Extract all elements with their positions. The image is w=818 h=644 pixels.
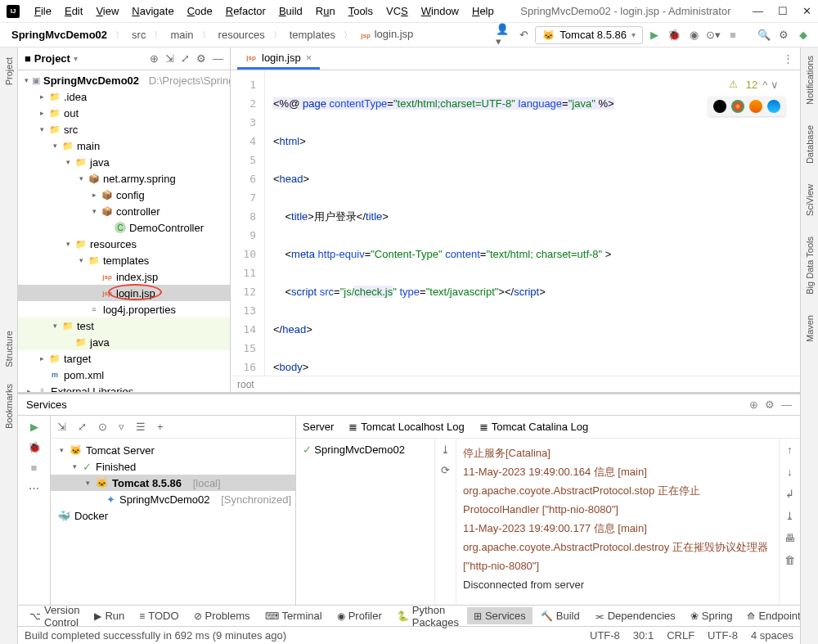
structure-tool[interactable]: Structure	[4, 331, 14, 367]
status-enc[interactable]: UTF-8	[590, 629, 620, 642]
coverage-button[interactable]: ◉	[685, 27, 702, 43]
project-tool[interactable]: Project	[4, 57, 14, 85]
run-config-selector[interactable]: 🐱 Tomcat 8.5.86 ▾	[535, 26, 643, 44]
tree-item[interactable]: ▾📁main	[18, 137, 230, 154]
minimize-button[interactable]: —	[753, 5, 763, 17]
tree-item[interactable]: ▸📁out	[18, 105, 230, 121]
btab-todo[interactable]: ≡ TODO	[133, 607, 185, 624]
intellij-icon[interactable]	[713, 100, 726, 113]
gear-icon[interactable]: ⊕	[749, 399, 758, 411]
menu-build[interactable]: Build	[274, 3, 308, 19]
tree-item-login[interactable]: jsplogin.jsp	[18, 285, 230, 301]
edge-icon[interactable]	[767, 100, 780, 113]
tree-item[interactable]: ▸📦config	[18, 187, 230, 203]
menu-tools[interactable]: Tools	[344, 3, 378, 19]
tree-item[interactable]: ▾📁test	[18, 317, 230, 334]
tree-item[interactable]: ▾📁resources	[18, 236, 230, 252]
chrome-icon[interactable]	[731, 100, 744, 113]
target-icon[interactable]: ⊙	[98, 421, 107, 433]
status-eol[interactable]: CRLF	[667, 629, 694, 642]
search-icon[interactable]: 🔍	[756, 27, 772, 43]
stop-button[interactable]: ■	[725, 27, 741, 43]
menu-edit[interactable]: Edit	[60, 3, 88, 19]
deploy-icon[interactable]: ⤓	[441, 444, 450, 456]
add-icon[interactable]: +	[157, 421, 164, 433]
tab-catalina-log[interactable]: ≣ Tomcat Catalina Log	[479, 421, 589, 433]
redeploy-icon[interactable]: ⟳	[441, 464, 450, 476]
breadcrumb-root[interactable]: SpringMvcDemo02	[7, 27, 112, 43]
bigdata-tool[interactable]: Big Data Tools	[805, 236, 815, 295]
gear-icon[interactable]: ⚙	[765, 399, 775, 411]
collapse-icon[interactable]: ⤢	[78, 421, 87, 433]
firefox-icon[interactable]	[749, 100, 762, 113]
tree-item[interactable]: ▸⫴External Libraries	[18, 383, 230, 392]
tree-item[interactable]: ▾📦net.army.spring	[18, 170, 230, 187]
menu-file[interactable]: File	[29, 3, 56, 19]
tree-item[interactable]: jspindex.jsp	[18, 268, 230, 285]
settings-icon[interactable]: ⚙	[775, 27, 792, 43]
btab-deps[interactable]: ⫘ Dependencies	[588, 607, 682, 624]
menu-help[interactable]: Help	[467, 3, 499, 19]
btab-terminal[interactable]: ⌨ Terminal	[258, 607, 329, 624]
menu-window[interactable]: Window	[416, 3, 464, 19]
btab-build[interactable]: 🔨 Build	[534, 607, 587, 624]
tree-item[interactable]: ▸📁.idea	[18, 88, 230, 105]
breadcrumb-item[interactable]: templates	[285, 27, 340, 43]
ai-icon[interactable]: ◆	[795, 27, 811, 43]
close-tab-icon[interactable]: ×	[306, 52, 312, 64]
hide-icon[interactable]: —	[781, 399, 792, 411]
tab-server[interactable]: Server	[303, 421, 334, 433]
hide-icon[interactable]: —	[213, 52, 223, 65]
status-pos[interactable]: 30:1	[633, 629, 654, 642]
svc-tc-instance[interactable]: ▾🐱Tomcat 8.5.86 [local]	[51, 475, 295, 491]
collapse-all-icon[interactable]: ⤢	[181, 52, 190, 65]
svc-docker[interactable]: 🐳Docker	[51, 507, 295, 524]
print-icon[interactable]: 🖶	[784, 532, 795, 544]
bookmarks-tool[interactable]: Bookmarks	[4, 384, 14, 429]
maven-tool[interactable]: Maven	[805, 315, 815, 342]
menu-navigate[interactable]: Navigate	[127, 3, 178, 19]
clear-icon[interactable]: 🗑	[784, 554, 795, 566]
tab-menu-icon[interactable]: ⋮	[776, 52, 800, 65]
tab-localhost-log[interactable]: ≣ Tomcat Localhost Log	[348, 421, 464, 433]
profile-button[interactable]: ⊙▾	[705, 27, 721, 43]
tree-item[interactable]: ▾📁src	[18, 121, 230, 137]
gear-icon[interactable]: ⚙	[196, 52, 206, 65]
expand-icon[interactable]: ⇲	[57, 421, 66, 433]
debug-icon[interactable]: 🐞	[28, 441, 41, 453]
run-button[interactable]: ▶	[646, 27, 663, 43]
tree-item[interactable]: CDemoController	[18, 219, 230, 236]
scroll-end-icon[interactable]: ⤓	[785, 510, 794, 522]
tree-item[interactable]: ▸📁target	[18, 350, 230, 367]
notifications-tool[interactable]: Notifications	[805, 56, 815, 105]
group-icon[interactable]: ☰	[136, 421, 146, 433]
maximize-button[interactable]: ☐	[778, 5, 788, 17]
btab-spring[interactable]: ❀ Spring	[684, 607, 739, 624]
filter-icon[interactable]: ▿	[119, 421, 124, 433]
btab-endpoints[interactable]: ⟰ Endpoints	[740, 607, 800, 624]
debug-button[interactable]: 🐞	[666, 27, 682, 43]
run-icon[interactable]: ▶	[30, 421, 38, 433]
svc-app[interactable]: ✦SpringMvcDemo02 [Synchronized]	[51, 491, 295, 507]
editor-breadcrumb[interactable]: root	[231, 376, 800, 392]
btab-services[interactable]: ⊞ Services	[467, 607, 533, 624]
editor-tab[interactable]: jsp login.jsp ×	[237, 48, 320, 70]
expand-all-icon[interactable]: ⇲	[165, 52, 174, 65]
tree-item[interactable]: ≡log4j.properties	[18, 301, 230, 317]
menu-vcs[interactable]: VCS	[381, 3, 413, 19]
tree-root[interactable]: ▾▣SpringMvcDemo02 D:\Projects\SpringP	[18, 72, 230, 88]
sciview-tool[interactable]: SciView	[805, 184, 815, 216]
tree-item[interactable]: mpom.xml	[18, 367, 230, 383]
close-button[interactable]: ✕	[802, 5, 811, 17]
select-opened-icon[interactable]: ⊕	[150, 52, 159, 65]
btab-profiler[interactable]: ◉ Profiler	[330, 607, 389, 624]
breadcrumb-item[interactable]: src	[127, 27, 151, 43]
svc-finished[interactable]: ▾✓Finished	[51, 458, 295, 475]
breadcrumb-item[interactable]: resources	[213, 27, 270, 43]
scroll-down-icon[interactable]: ↓	[787, 466, 793, 478]
warning-badge[interactable]: ⚠ 12 ^ ∨	[729, 75, 779, 94]
menu-refactor[interactable]: Refactor	[221, 3, 271, 19]
tree-item[interactable]: 📁java	[18, 334, 230, 350]
menu-run[interactable]: Run	[311, 3, 340, 19]
tree-item[interactable]: ▾📁java	[18, 154, 230, 170]
